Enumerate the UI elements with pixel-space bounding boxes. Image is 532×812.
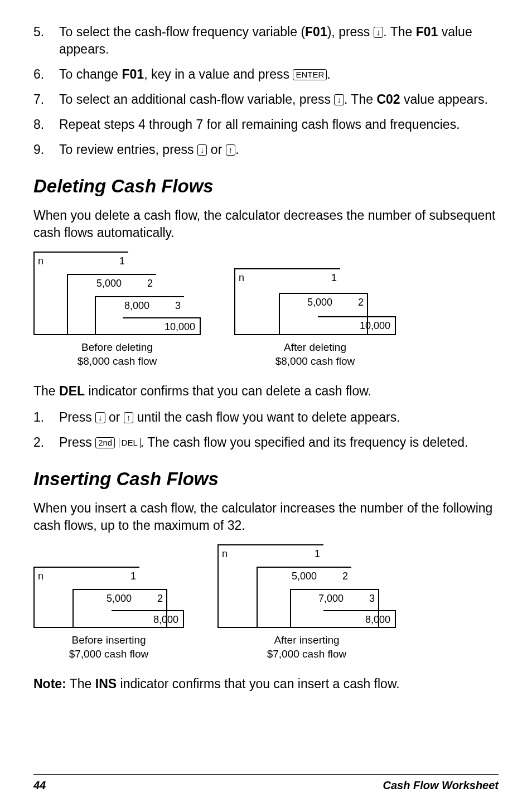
page: 5. To select the cash-flow frequency var…	[0, 0, 532, 812]
steps-list-1: 5. To select the cash-flow frequency var…	[33, 23, 499, 158]
chapter-title: Cash Flow Worksheet	[383, 778, 499, 793]
step-6: 6. To change F01, key in a value and pre…	[33, 66, 499, 83]
step-5: 5. To select the cash-flow frequency var…	[33, 23, 499, 58]
del-step-1: 1. Press ↓ or ↑ until the cash flow you …	[33, 409, 499, 426]
step-9: 9. To review entries, press ↓ or ↑.	[33, 141, 499, 158]
inserting-intro: When you insert a cash flow, the calcula…	[33, 500, 499, 534]
step-8: 8. Repeat steps 4 through 7 for all rema…	[33, 116, 499, 133]
del-step-2: 2. Press 2nd DEL. The cash flow you spec…	[33, 434, 499, 451]
before-deleting-caption: Before deleting $8,000 cash flow	[78, 341, 157, 368]
del-indicator-para: The DEL indicator confirms that you can …	[33, 383, 499, 400]
delete-steps: 1. Press ↓ or ↑ until the cash flow you …	[33, 409, 499, 451]
before-inserting-caption: Before inserting $7,000 cash flow	[69, 634, 149, 661]
page-footer: 44 Cash Flow Worksheet	[33, 772, 499, 793]
before-deleting-diagram: n 1 5,000 2 8,000 3 10,000 Before deleti…	[33, 252, 201, 368]
step-number: 2.	[33, 434, 59, 451]
page-number: 44	[33, 778, 46, 793]
down-key-icon: ↓	[334, 94, 344, 105]
after-inserting-diagram: n 1 5,000 2 7,000 3 8,000 After insertin…	[217, 544, 396, 661]
step-number: 7.	[33, 91, 59, 108]
del-key-icon: DEL	[119, 438, 141, 448]
step-text: Press ↓ or ↑ until the cash flow you wan…	[59, 409, 499, 426]
before-inserting-diagram: n 1 5,000 2 8,000 Before inserting $7,00…	[33, 567, 184, 661]
heading-inserting: Inserting Cash Flows	[33, 467, 499, 492]
inserting-diagrams: n 1 5,000 2 8,000 Before inserting $7,00…	[33, 544, 499, 661]
down-key-icon: ↓	[374, 27, 384, 38]
step-text: Press 2nd DEL. The cash flow you specifi…	[59, 434, 499, 451]
step-number: 5.	[33, 23, 59, 58]
step-number: 9.	[33, 141, 59, 158]
heading-deleting: Deleting Cash Flows	[33, 174, 499, 199]
step-number: 8.	[33, 116, 59, 133]
step-text: To select an additional cash-flow variab…	[59, 91, 499, 108]
deleting-intro: When you delete a cash flow, the calcula…	[33, 207, 499, 241]
up-key-icon: ↑	[124, 412, 134, 423]
footer-rule	[33, 774, 499, 775]
step-7: 7. To select an additional cash-flow var…	[33, 91, 499, 108]
after-deleting-caption: After deleting $8,000 cash flow	[275, 341, 355, 368]
step-text: To review entries, press ↓ or ↑.	[59, 141, 499, 158]
deleting-diagrams: n 1 5,000 2 8,000 3 10,000 Before deleti…	[33, 252, 499, 368]
after-deleting-diagram: n 1 5,000 2 10,000 After deleting $8,000…	[234, 268, 396, 368]
step-number: 6.	[33, 66, 59, 83]
step-number: 1.	[33, 409, 59, 426]
step-text: To change F01, key in a value and press …	[59, 66, 499, 83]
up-key-icon: ↑	[226, 144, 236, 156]
second-key-icon: 2nd	[95, 437, 115, 448]
down-key-icon: ↓	[197, 144, 207, 156]
after-inserting-caption: After inserting $7,000 cash flow	[267, 634, 347, 661]
down-key-icon: ↓	[95, 412, 105, 423]
ins-note: Note: The INS indicator confirms that yo…	[33, 675, 499, 693]
step-text: Repeat steps 4 through 7 for all remaini…	[59, 116, 499, 133]
enter-key-icon: ENTER	[293, 69, 327, 80]
step-text: To select the cash-flow frequency variab…	[59, 23, 499, 58]
